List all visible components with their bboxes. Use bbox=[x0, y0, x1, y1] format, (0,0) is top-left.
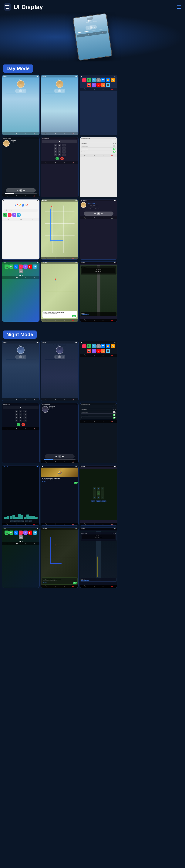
nav-mail[interactable]: ✉ bbox=[88, 34, 89, 35]
nag-maps[interactable]: 🗺 bbox=[92, 344, 96, 348]
settings-auto-answer[interactable]: Auto answer bbox=[81, 145, 116, 148]
nr-nav-4[interactable]: 🚗 bbox=[111, 523, 113, 525]
map-nav[interactable]: 📞 ✉ ♫ 🚗 bbox=[41, 256, 78, 259]
n-auto-answer-toggle[interactable] bbox=[113, 411, 115, 413]
btm-nav-3[interactable]: ♫ bbox=[25, 195, 26, 197]
ios-nav[interactable]: 📞 💬 ♫ ⚙ bbox=[2, 276, 39, 279]
map-nav-4[interactable]: 🚗 bbox=[72, 257, 74, 259]
nbts-nav-1[interactable]: 📞 bbox=[84, 421, 86, 422]
nnp-next[interactable]: ⏭ bbox=[100, 537, 102, 539]
nag-wifi[interactable]: 📶 bbox=[106, 344, 110, 348]
nbts-nav-4[interactable]: 🚗 bbox=[111, 421, 113, 422]
nw-nav-1[interactable]: 📞 bbox=[6, 523, 8, 525]
btm-nav-1[interactable]: 📞 bbox=[6, 195, 8, 197]
nag-nav-bar[interactable]: 📞 ✉ ♫ 🚗 bbox=[80, 354, 117, 357]
ndial-3[interactable]: 3 bbox=[23, 410, 27, 412]
nbtm-nav-4[interactable]: 🚗 bbox=[72, 461, 74, 463]
nr-nav-2[interactable]: ✉ bbox=[94, 523, 95, 525]
dh2-nav-mail[interactable]: ✉ bbox=[55, 133, 56, 134]
nh2-play[interactable]: ⏸ bbox=[58, 355, 61, 359]
dial-5[interactable]: 5 bbox=[58, 147, 61, 150]
sm-song-3[interactable]: 华北_24135.333_副本.mp3 bbox=[88, 207, 116, 209]
dial-7[interactable]: 7 bbox=[54, 150, 57, 153]
ios-maps[interactable]: 🗺 bbox=[33, 265, 37, 269]
nag-tel[interactable]: 📞 bbox=[87, 344, 91, 348]
cp-nav[interactable]: ⊙ ⊞ ≡ bbox=[2, 218, 39, 221]
nsunny-go[interactable]: GO bbox=[73, 582, 77, 584]
bt-music-controls[interactable]: ⏮ ⏸ ⏭ bbox=[6, 188, 36, 192]
nr-ctrl-3[interactable]: TURN bbox=[101, 500, 106, 502]
nag-settings[interactable]: ⚙ bbox=[97, 344, 101, 348]
nios-msg[interactable]: 💬 bbox=[9, 530, 14, 535]
np-play[interactable]: ▶ bbox=[98, 271, 99, 272]
food-nav-1[interactable]: 📞 bbox=[45, 523, 47, 525]
ag-nav-auto[interactable]: 🚗 bbox=[111, 88, 113, 90]
nsunny-nav-1[interactable]: 📞 bbox=[45, 585, 47, 587]
nav-auto[interactable]: 🚗 bbox=[102, 32, 104, 34]
app-radio[interactable]: 📻 bbox=[101, 83, 105, 87]
nsunny-nav-3[interactable]: ♫ bbox=[63, 585, 64, 587]
ag-nav-mail[interactable]: ✉ bbox=[94, 88, 95, 90]
settings-power[interactable]: Power bbox=[81, 150, 116, 153]
map-nav-3[interactable]: ♫ bbox=[63, 257, 64, 259]
app-settings[interactable]: ⚙ bbox=[97, 78, 101, 82]
np-next[interactable]: ⏭ bbox=[100, 271, 102, 272]
sm-next[interactable]: ⏭ bbox=[101, 213, 103, 215]
nsunny-nav-4[interactable]: 🚗 bbox=[72, 585, 74, 587]
cp-pod[interactable]: 🎙 bbox=[12, 213, 16, 217]
nag-nav-3[interactable]: ♫ bbox=[102, 354, 103, 356]
ios-settings[interactable]: ⚙ bbox=[19, 269, 23, 273]
nbtc-nav-4[interactable]: 🚗 bbox=[33, 428, 35, 430]
dh1-nav-mail[interactable]: ✉ bbox=[16, 133, 17, 134]
nios-music[interactable]: ♫ bbox=[19, 530, 23, 535]
call-end-btn[interactable]: 📵 bbox=[60, 157, 64, 160]
sm-nav[interactable]: 📞 ✉ ♫ 🚗 bbox=[80, 216, 117, 219]
ndial-8[interactable]: 8 bbox=[19, 416, 23, 419]
app-maps[interactable]: 🗺 bbox=[92, 78, 96, 82]
ndial-6[interactable]: 6 bbox=[23, 413, 27, 416]
dh1-play[interactable]: ⏸ bbox=[19, 89, 22, 92]
nios-pod[interactable]: 🎙 bbox=[23, 530, 28, 535]
sm-nav-1[interactable]: 📞 bbox=[84, 217, 86, 219]
sm-nav-4[interactable]: 🚗 bbox=[111, 217, 113, 219]
food-nav-2[interactable]: ✉ bbox=[55, 523, 56, 525]
sunny-nav-1[interactable]: 📞 bbox=[45, 319, 47, 321]
ios-pod[interactable]: 🎙 bbox=[23, 265, 28, 269]
nag-nav-4[interactable]: 🚗 bbox=[111, 354, 113, 356]
nbtm-nav-3[interactable]: ♫ bbox=[63, 461, 64, 463]
settings-auto-connect[interactable]: Auto connect bbox=[81, 148, 116, 150]
nr-ctrl-2[interactable]: MAPS bbox=[96, 500, 101, 502]
nios-nav[interactable]: 📞 💬 ♫ ⚙ bbox=[2, 542, 39, 545]
cp-nav-dash[interactable]: ⊞ bbox=[20, 218, 22, 220]
food-nav[interactable]: 📞 ✉ ♫ 🚗 bbox=[41, 523, 78, 525]
btm-nav-2[interactable]: ✉ bbox=[16, 195, 17, 197]
nbts-nav-2[interactable]: ✉ bbox=[94, 421, 95, 422]
menu-icon[interactable] bbox=[4, 3, 11, 10]
nag-cam[interactable]: 📷 bbox=[87, 349, 91, 353]
search-box[interactable]: 🔍 Search bbox=[4, 209, 38, 212]
nw-btn-1[interactable]: BTN bbox=[10, 520, 13, 522]
ag-nav[interactable]: 📞 ✉ ♫ 🚗 bbox=[80, 88, 117, 91]
bts-nav-3[interactable]: ♫ bbox=[102, 155, 103, 156]
nw-btn-6[interactable]: BTN bbox=[28, 520, 32, 522]
nag-yt[interactable]: ▶ bbox=[97, 349, 101, 353]
ios-tel[interactable]: 📞 bbox=[4, 265, 9, 269]
map-nav-2[interactable]: ✉ bbox=[55, 257, 56, 259]
nh1-nav-3[interactable]: ♫ bbox=[25, 399, 26, 400]
neta-nav[interactable]: 📞 ✉ ♫ 🚗 bbox=[80, 585, 117, 588]
dial-hash[interactable]: # bbox=[62, 153, 66, 156]
dh1-controls[interactable]: ⏮ ⏸ ⏭ bbox=[15, 89, 26, 93]
n-settings-aa[interactable]: Auto answer bbox=[81, 411, 116, 414]
eta-nav[interactable]: 📞 ✉ ♫ 🚗 bbox=[80, 319, 117, 322]
nh1-nav[interactable]: 📞 ✉ ♫ 🚗 bbox=[2, 398, 39, 401]
bts-nav-1[interactable]: 📞 bbox=[84, 155, 86, 156]
nios-tel[interactable]: 📞 bbox=[4, 530, 9, 535]
dh1-nav-dial[interactable]: 📞 bbox=[6, 133, 8, 134]
food-go-btn[interactable]: GO bbox=[74, 482, 78, 484]
sm-prev[interactable]: ⏮ bbox=[95, 213, 96, 215]
ag-nav-music[interactable]: ♫ bbox=[102, 88, 103, 90]
dial-2[interactable]: 2 bbox=[58, 144, 61, 147]
ncall-answer[interactable]: 📞 bbox=[17, 423, 20, 426]
nr-nav-3[interactable]: ♫ bbox=[102, 523, 103, 525]
nios-safari[interactable]: ◎ bbox=[14, 530, 18, 535]
